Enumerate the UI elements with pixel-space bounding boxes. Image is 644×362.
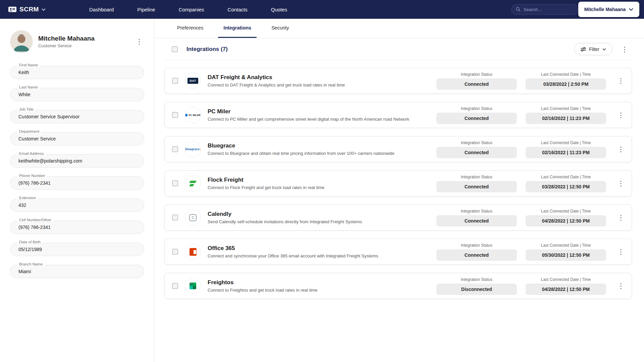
settings-tabs: Preferences Integrations Security <box>154 19 644 38</box>
last-connected-value: 02/16/2022 | 11:23 PM <box>526 113 606 124</box>
user-name: Mitchelle Mahaana <box>584 7 626 12</box>
field-value[interactable]: Customer Service <box>10 132 144 145</box>
date-label: Last Connected Date | Time <box>526 140 606 145</box>
field-label: Department <box>17 129 41 133</box>
field-value[interactable]: (976) 786-2341 <box>10 176 144 190</box>
last-connected-value: 03/28/2022 | 12:50 PM <box>526 181 606 192</box>
integration-menu-button[interactable]: ⋮ <box>616 180 626 187</box>
brand-logo-icon <box>8 6 17 12</box>
profile-menu-button[interactable]: ⋮ <box>135 38 144 45</box>
integration-name: PC Miler <box>208 108 431 115</box>
tab[interactable]: Security <box>266 19 294 38</box>
status-label: Integration Status <box>436 175 517 179</box>
profile-field: Email Address keithwhite@polarshipping.c… <box>10 154 144 168</box>
integrations-title: Integrations (7) <box>186 46 228 53</box>
nav-item[interactable]: Quotes <box>271 7 287 12</box>
brand-menu[interactable]: SCRM <box>8 6 46 13</box>
integration-card: Freightos Connect to Freightos and get t… <box>164 273 632 299</box>
integration-checkbox[interactable] <box>172 215 178 221</box>
integration-logo-icon <box>185 175 201 191</box>
field-value[interactable]: Customer Service Supervisor <box>10 110 144 123</box>
search-icon <box>516 7 521 12</box>
integration-description: Connect to PC Miller and get comprehensi… <box>208 117 431 122</box>
field-label: Branch Name <box>17 262 44 266</box>
status-badge: Connected <box>436 181 517 192</box>
user-menu[interactable]: Mitchelle Mahaana <box>578 2 639 17</box>
last-connected-value: 02/16/2022 | 11:23 PM <box>526 147 606 158</box>
last-connected-value: 04/28/2022 | 12:50 PM <box>526 284 606 295</box>
field-value[interactable]: keithwhite@polarshipping.com <box>10 154 144 168</box>
search-input[interactable] <box>524 7 574 12</box>
filter-button[interactable]: Filter <box>574 43 612 55</box>
avatar <box>10 30 33 53</box>
last-connected-value: 05/30/2022 | 12:50 PM <box>526 249 606 261</box>
profile-field: Extension 432 <box>10 198 144 212</box>
filter-icon <box>581 47 586 52</box>
integration-card: DAT Freight & Analytics Connect to DAT F… <box>164 68 632 94</box>
nav-item[interactable]: Dashboard <box>89 7 114 12</box>
status-label: Integration Status <box>436 140 517 145</box>
date-label: Last Connected Date | Time <box>526 209 606 214</box>
field-value[interactable]: White <box>10 88 144 101</box>
integration-checkbox[interactable] <box>172 249 178 255</box>
integration-checkbox[interactable] <box>172 112 178 118</box>
profile-field: Department Customer Service <box>10 132 144 145</box>
integration-card: Bluegrace Connect to Bluegrace and obtai… <box>164 136 632 162</box>
last-connected-value: 03/28/2022 | 2:50 PM <box>526 78 606 90</box>
integration-checkbox[interactable] <box>172 78 178 84</box>
integration-logo-icon <box>185 244 201 260</box>
profile-fields: First Name Keith Last Name White Job Tit… <box>10 66 144 278</box>
integration-menu-button[interactable]: ⋮ <box>616 248 626 255</box>
integration-description: Send Calendly self-schedule invitations … <box>208 219 431 224</box>
integration-menu-button[interactable]: ⋮ <box>616 146 626 153</box>
search-box[interactable] <box>511 4 578 15</box>
field-value[interactable]: (976) 786-2341 <box>10 221 144 234</box>
integration-checkbox[interactable] <box>172 146 178 152</box>
status-badge: Connected <box>436 249 517 261</box>
main-nav: Dashboard Pipeline Companies Contacts Qu… <box>89 7 287 12</box>
field-value[interactable]: Miami <box>10 265 144 278</box>
integration-menu-button[interactable]: ⋮ <box>616 283 626 289</box>
field-label: Extension <box>17 196 38 200</box>
integration-logo-icon <box>185 209 201 226</box>
profile-field: Branch Name Miami <box>10 265 144 278</box>
list-menu-button[interactable]: ⋮ <box>620 46 629 53</box>
integration-logo-icon <box>185 107 201 123</box>
integration-name: Calendly <box>208 211 431 218</box>
field-label: Phone Number <box>17 174 47 178</box>
select-all-checkbox[interactable] <box>172 46 178 52</box>
integration-description: Connect and synchronise your Office 365 … <box>208 253 431 258</box>
integrations-list: DAT Freight & Analytics Connect to DAT F… <box>164 60 632 299</box>
date-label: Last Connected Date | Time <box>526 277 606 282</box>
tab[interactable]: Integrations <box>218 19 257 38</box>
nav-item[interactable]: Companies <box>179 7 204 12</box>
chevron-down-icon <box>629 8 633 11</box>
navbar-right <box>511 4 578 15</box>
field-value[interactable]: 05/12/1989 <box>10 243 144 256</box>
field-label: First Name <box>17 63 40 67</box>
profile-field: Date of Birth 05/12/1989 <box>10 243 144 256</box>
integration-menu-button[interactable]: ⋮ <box>616 112 626 118</box>
field-value[interactable]: Keith <box>10 66 144 79</box>
integration-name: Office 365 <box>208 245 431 252</box>
integration-menu-button[interactable]: ⋮ <box>616 214 626 221</box>
integration-description: Connect to DAT Freight & Analytics and g… <box>208 82 431 87</box>
profile-sidebar: Mitchelle Mahaana Customer Service ⋮ Fir… <box>0 19 154 362</box>
integration-description: Connect to Freightos and get truck load … <box>208 288 431 293</box>
status-badge: Connected <box>436 78 517 90</box>
nav-item[interactable]: Pipeline <box>137 7 155 12</box>
field-value[interactable]: 432 <box>10 198 144 212</box>
field-label: Job Title <box>17 107 35 111</box>
integration-logo-icon <box>185 73 201 89</box>
tab[interactable]: Preferences <box>172 19 209 38</box>
status-badge: Connected <box>436 113 517 124</box>
integration-checkbox[interactable] <box>172 180 178 186</box>
top-navbar: SCRM Dashboard Pipeline Companies Contac… <box>0 0 644 19</box>
integration-logo-icon <box>185 278 201 294</box>
integration-checkbox[interactable] <box>172 283 178 289</box>
integration-menu-button[interactable]: ⋮ <box>616 77 626 84</box>
field-label: Last Name <box>17 85 40 89</box>
status-label: Integration Status <box>436 277 517 282</box>
field-label: Cell Number/Other <box>17 218 53 222</box>
nav-item[interactable]: Contacts <box>228 7 248 12</box>
